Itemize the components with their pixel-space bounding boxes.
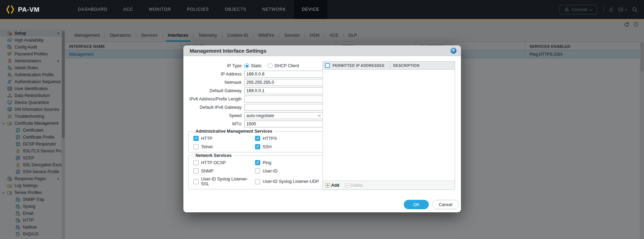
screen: PA-VM DASHBOARDACCMONITORPOLICIESOBJECTS… xyxy=(0,0,644,239)
checkbox-user-id[interactable] xyxy=(255,168,260,174)
nav-device[interactable]: DEVICE xyxy=(294,0,327,19)
checkbox-row-snmp: SNMP xyxy=(193,168,255,174)
checkbox-snmp[interactable] xyxy=(193,168,199,174)
mtu-label: MTU xyxy=(188,122,242,126)
checkbox-ssh[interactable] xyxy=(255,144,260,149)
commit-label: Commit xyxy=(572,7,587,12)
nav-monitor[interactable]: MONITOR xyxy=(141,0,179,19)
radio-label-static: Static xyxy=(251,63,262,68)
mtu-row: MTU xyxy=(188,120,323,128)
brand-title: PA-VM xyxy=(18,6,39,14)
cancel-button[interactable]: Cancel xyxy=(432,200,459,209)
default-gateway-row: Default Gateway xyxy=(188,87,323,95)
speed-row: Speedauto-negotiate xyxy=(188,112,323,120)
ip-address-label: IP Address xyxy=(188,72,242,77)
checkbox-ping[interactable] xyxy=(255,160,260,165)
lock-icon[interactable] xyxy=(608,7,614,12)
checkbox-user-id-syslog-listener-ssl[interactable] xyxy=(193,179,199,184)
speed-select[interactable]: auto-negotiate xyxy=(244,112,323,119)
checkbox-label-https: HTTPS xyxy=(263,136,277,141)
checkbox-http[interactable] xyxy=(193,136,199,141)
chevron-down-icon xyxy=(317,113,321,118)
pan-logo-icon xyxy=(6,5,15,14)
delete-label: Delete xyxy=(351,183,363,188)
ipv6-address-prefix-length-label: IPv6 Address/Prefix Length xyxy=(188,97,242,101)
ipv6-address-prefix-length-field[interactable] xyxy=(244,96,323,103)
commit-icon xyxy=(564,7,569,13)
checkbox-label-ssh: SSH xyxy=(263,144,272,149)
permitted-ip-toolbar: Add Delete xyxy=(323,180,455,189)
nav-acc[interactable]: ACC xyxy=(115,0,141,19)
caret-down-icon xyxy=(590,7,592,12)
default-gateway-label: Default Gateway xyxy=(188,88,242,93)
ipv6-address-prefix-length-row: IPv6 Address/Prefix Length xyxy=(188,95,323,103)
main-nav: DASHBOARDACCMONITORPOLICIESOBJECTSNETWOR… xyxy=(70,0,327,19)
network-services-group: Network ServicesHTTP OCSPPingSNMPUser-ID… xyxy=(188,156,323,189)
ip-address-row: IP Address xyxy=(188,70,323,78)
ip-type-label: IP Type xyxy=(188,63,242,68)
netmask-row: Netmask xyxy=(188,78,323,87)
selected-value: auto-negotiate xyxy=(246,113,317,118)
management-interface-settings-dialog: Management Interface Settings ? IP TypeS… xyxy=(183,45,461,212)
mtu-field[interactable] xyxy=(244,121,323,127)
checkbox-row-http: HTTP xyxy=(193,136,255,141)
topbar-divider xyxy=(604,7,604,13)
checkbox-https[interactable] xyxy=(255,136,260,141)
checkbox-row-ssh: SSH xyxy=(255,144,323,149)
default-gateway-field[interactable] xyxy=(244,87,323,94)
nav-dashboard[interactable]: DASHBOARD xyxy=(70,0,115,19)
checkbox-label-ping: Ping xyxy=(263,160,271,165)
permitted-ip-header: PERMITTED IP ADDRESSES DESCRIPTION xyxy=(323,62,455,70)
checkbox-label-user-id: User-ID xyxy=(263,169,278,174)
description-column-header: DESCRIPTION xyxy=(390,62,455,69)
dialog-body: IP TypeStaticDHCP ClientIP AddressNetmas… xyxy=(183,56,461,212)
checkbox-user-id-syslog-listener-udp[interactable] xyxy=(255,179,260,184)
admin-services-group-legend: Administrative Management Services xyxy=(193,129,274,134)
permitted-ip-column-header: PERMITTED IP ADDRESSES xyxy=(333,62,390,70)
nav-objects[interactable]: OBJECTS xyxy=(217,0,254,19)
admin-services-group: Administrative Management ServicesHTTPHT… xyxy=(188,131,323,152)
add-button[interactable]: Add xyxy=(325,183,339,188)
dialog-titlebar: Management Interface Settings ? xyxy=(183,45,461,56)
checkbox-label-telnet: Telnet xyxy=(201,144,212,149)
interface-settings-form: IP TypeStaticDHCP ClientIP AddressNetmas… xyxy=(188,62,323,189)
checkbox-telnet[interactable] xyxy=(193,144,199,149)
radio-label-dhcp-client: DHCP Client xyxy=(274,63,299,68)
dialog-title: Management Interface Settings xyxy=(183,48,266,54)
checkbox-row-telnet: Telnet xyxy=(193,144,255,149)
topbar-actions: Commit xyxy=(560,5,644,15)
nav-policies[interactable]: POLICIES xyxy=(179,0,217,19)
checkbox-label-user-id-syslog-listener-ssl: User-ID Syslog Listener-SSL xyxy=(201,177,255,186)
topbar: PA-VM DASHBOARDACCMONITORPOLICIESOBJECTS… xyxy=(0,0,644,19)
permitted-ip-table-body xyxy=(323,70,455,180)
ok-button[interactable]: OK xyxy=(404,200,429,209)
radio-dhcp-client[interactable] xyxy=(268,63,273,68)
checkbox-label-user-id-syslog-listener-udp: User-ID Syslog Listener-UDP xyxy=(263,179,319,184)
ip-address-field[interactable] xyxy=(244,71,323,78)
radio-static[interactable] xyxy=(244,63,249,68)
default-ipv6-gateway-field[interactable] xyxy=(244,104,323,111)
default-ipv6-gateway-label: Default IPv6 Gateway xyxy=(188,105,242,110)
permitted-ip-panel: PERMITTED IP ADDRESSES DESCRIPTION Add D… xyxy=(323,61,455,190)
checkbox-label-http-ocsp: HTTP OCSP xyxy=(201,160,226,165)
commit-button[interactable]: Commit xyxy=(560,5,597,15)
select-all-checkbox[interactable] xyxy=(325,63,330,68)
checkbox-row-http-ocsp: HTTP OCSP xyxy=(193,160,255,165)
checkbox-http-ocsp[interactable] xyxy=(193,160,199,165)
netmask-label: Netmask xyxy=(188,80,242,85)
network-services-group-legend: Network Services xyxy=(193,153,234,158)
checkbox-row-user-id-syslog-listener-udp: User-ID Syslog Listener-UDP xyxy=(255,177,323,186)
checkbox-row-https: HTTPS xyxy=(255,136,323,141)
delete-button[interactable]: Delete xyxy=(345,183,363,188)
netmask-field[interactable] xyxy=(244,79,323,86)
add-label: Add xyxy=(331,183,339,188)
app-body: ? SetupHigh AvailabilityConfig AuditPass… xyxy=(0,20,644,239)
config-tasks-icon[interactable] xyxy=(618,7,627,12)
checkbox-row-user-id-syslog-listener-ssl: User-ID Syslog Listener-SSL xyxy=(193,177,255,186)
ip-type-row: IP TypeStaticDHCP Client xyxy=(188,62,323,70)
dialog-help-icon[interactable]: ? xyxy=(451,48,456,54)
checkbox-label-snmp: SNMP xyxy=(201,169,214,174)
nav-network[interactable]: NETWORK xyxy=(254,0,294,19)
speed-label: Speed xyxy=(188,113,242,118)
search-icon[interactable] xyxy=(632,7,638,12)
